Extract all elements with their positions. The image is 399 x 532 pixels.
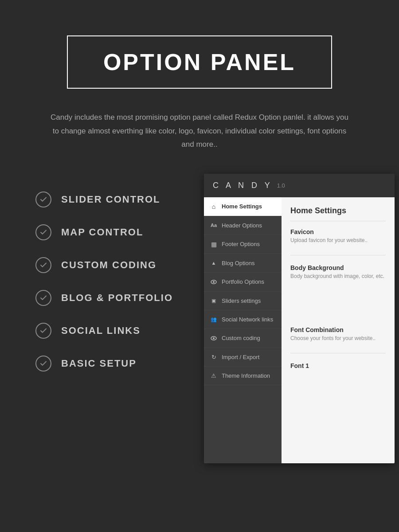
- top-section: OPTION PANEL Candy includes the most pro…: [0, 0, 399, 178]
- checklist-label: CUSTOM CODING: [61, 259, 156, 271]
- option-description: Upload favicon for your website..: [290, 237, 386, 243]
- page-title: OPTION PANEL: [103, 49, 296, 75]
- option-title: Favicon: [290, 228, 386, 235]
- option-title: Font 1: [290, 362, 386, 369]
- list-item: BASIC SETUP: [35, 356, 195, 372]
- checklist: SLIDER CONTROL MAP CONTROL CUSTOM CODING: [9, 178, 204, 388]
- checklist-label: SLIDER CONTROL: [61, 194, 160, 205]
- checklist-label: SOCIAL LINKS: [61, 325, 141, 336]
- checklist-label: BASIC SETUP: [61, 358, 137, 369]
- check-icon-map: [35, 224, 51, 240]
- checklist-label: MAP CONTROL: [61, 227, 143, 238]
- sidebar-item-label: Custom coding: [222, 335, 260, 341]
- check-icon-basic: [35, 356, 51, 372]
- panel-option-favicon: Favicon Upload favicon for your website.…: [290, 228, 386, 243]
- grid-icon: ▦: [210, 241, 217, 248]
- option-title: Body Background: [290, 264, 386, 271]
- list-item: MAP CONTROL: [35, 224, 195, 240]
- panel-sidebar: ⌂ Home Settings Aa Header Options ▦ Foot…: [204, 197, 282, 463]
- option-description: Choose your fonts for your website..: [290, 335, 386, 341]
- triangle-icon: ▲: [210, 260, 217, 266]
- check-icon-blog: [35, 290, 51, 306]
- warning-icon: ⚠: [210, 372, 217, 379]
- home-icon: ⌂: [210, 203, 217, 210]
- spacer: [290, 291, 386, 326]
- sidebar-item-footer-options[interactable]: ▦ Footer Options: [204, 235, 282, 254]
- sidebar-item-label: Portfolio Options: [222, 278, 264, 285]
- description-text: Candy includes the most promising option…: [49, 111, 350, 152]
- list-item: SOCIAL LINKS: [35, 323, 195, 339]
- option-description: Body background with image, color, etc.: [290, 273, 386, 279]
- panel-divider-2: [290, 353, 386, 353]
- sliders-icon: ▣: [210, 298, 217, 304]
- svg-point-1: [213, 281, 215, 283]
- sidebar-item-label: Home Settings: [222, 203, 262, 210]
- list-item: SLIDER CONTROL: [35, 192, 195, 207]
- sidebar-item-import-export[interactable]: ↻ Import / Export: [204, 348, 282, 367]
- title-box: OPTION PANEL: [67, 35, 332, 89]
- checklist-label: BLOG & PORTFOLIO: [61, 292, 173, 304]
- sidebar-item-theme-information[interactable]: ⚠ Theme Information: [204, 367, 282, 385]
- panel-divider: [290, 255, 386, 255]
- sidebar-item-label: Theme Information: [222, 372, 270, 379]
- sidebar-item-label: Footer Options: [222, 241, 260, 247]
- eye-icon: [210, 278, 217, 286]
- list-item: CUSTOM CODING: [35, 257, 195, 273]
- main-content: SLIDER CONTROL MAP CONTROL CUSTOM CODING: [0, 178, 399, 490]
- panel-body: ⌂ Home Settings Aa Header Options ▦ Foot…: [204, 197, 395, 463]
- panel-option-font1: Font 1: [290, 362, 386, 369]
- list-item: BLOG & PORTFOLIO: [35, 290, 195, 306]
- sidebar-item-portfolio-options[interactable]: Portfolio Options: [204, 273, 282, 292]
- sidebar-item-label: Social Network links: [222, 316, 273, 323]
- sidebar-item-label: Header Options: [222, 222, 262, 229]
- sidebar-item-header-options[interactable]: Aa Header Options: [204, 216, 282, 235]
- panel-main-title: Home Settings: [290, 206, 386, 221]
- sidebar-item-sliders-settings[interactable]: ▣ Sliders settings: [204, 292, 282, 310]
- sidebar-item-social-network-links[interactable]: 👥 Social Network links: [204, 310, 282, 329]
- panel-option-font-combination: Font Combination Choose your fonts for y…: [290, 326, 386, 341]
- option-title: Font Combination: [290, 326, 386, 333]
- text-icon: Aa: [210, 223, 217, 228]
- sidebar-item-blog-options[interactable]: ▲ Blog Options: [204, 254, 282, 273]
- sidebar-item-home-settings[interactable]: ⌂ Home Settings: [204, 197, 282, 216]
- check-icon-social: [35, 323, 51, 339]
- panel-logo: C A N D Y: [213, 181, 273, 190]
- check-icon-slider: [35, 192, 51, 207]
- panel-header: C A N D Y 1.0: [204, 174, 395, 197]
- people-icon: 👥: [210, 317, 217, 322]
- sidebar-item-custom-coding[interactable]: Custom coding: [204, 329, 282, 348]
- panel-option-body-background: Body Background Body background with ima…: [290, 264, 386, 279]
- option-panel-mock: C A N D Y 1.0 ⌂ Home Settings Aa Header …: [204, 174, 395, 463]
- sidebar-item-label: Sliders settings: [222, 297, 261, 304]
- refresh-icon: ↻: [210, 354, 217, 360]
- code-eye-icon: [210, 335, 217, 342]
- check-icon-custom: [35, 257, 51, 273]
- panel-version: 1.0: [277, 182, 285, 189]
- svg-point-3: [213, 337, 215, 339]
- sidebar-item-label: Blog Options: [222, 260, 254, 266]
- panel-main: Home Settings Favicon Upload favicon for…: [282, 197, 395, 463]
- sidebar-item-label: Import / Export: [222, 354, 259, 360]
